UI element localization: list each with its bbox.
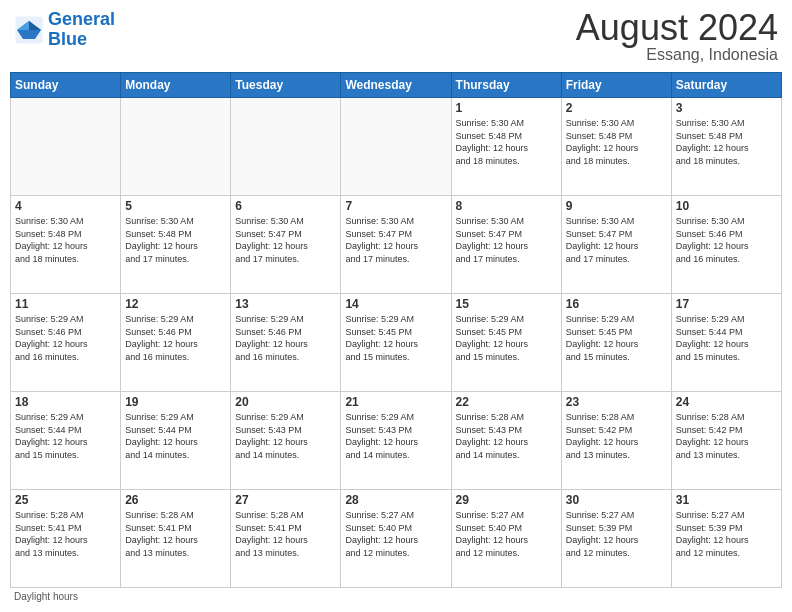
- day-number: 4: [15, 199, 116, 213]
- day-info: Sunrise: 5:29 AMSunset: 5:43 PMDaylight:…: [345, 411, 446, 461]
- day-number: 25: [15, 493, 116, 507]
- main-title: August 2024: [576, 10, 778, 46]
- day-number: 28: [345, 493, 446, 507]
- calendar-cell: 18Sunrise: 5:29 AMSunset: 5:44 PMDayligh…: [11, 392, 121, 490]
- day-info: Sunrise: 5:29 AMSunset: 5:44 PMDaylight:…: [676, 313, 777, 363]
- logo: General Blue: [14, 10, 115, 50]
- calendar-week-5: 25Sunrise: 5:28 AMSunset: 5:41 PMDayligh…: [11, 490, 782, 588]
- day-info: Sunrise: 5:30 AMSunset: 5:48 PMDaylight:…: [125, 215, 226, 265]
- calendar-cell: 30Sunrise: 5:27 AMSunset: 5:39 PMDayligh…: [561, 490, 671, 588]
- day-info: Sunrise: 5:28 AMSunset: 5:42 PMDaylight:…: [566, 411, 667, 461]
- calendar-cell: [121, 98, 231, 196]
- day-info: Sunrise: 5:30 AMSunset: 5:48 PMDaylight:…: [15, 215, 116, 265]
- day-number: 12: [125, 297, 226, 311]
- day-number: 2: [566, 101, 667, 115]
- day-number: 1: [456, 101, 557, 115]
- logo-line2: Blue: [48, 29, 87, 49]
- calendar-cell: 27Sunrise: 5:28 AMSunset: 5:41 PMDayligh…: [231, 490, 341, 588]
- day-info: Sunrise: 5:29 AMSunset: 5:44 PMDaylight:…: [125, 411, 226, 461]
- day-info: Sunrise: 5:30 AMSunset: 5:46 PMDaylight:…: [676, 215, 777, 265]
- day-info: Sunrise: 5:29 AMSunset: 5:44 PMDaylight:…: [15, 411, 116, 461]
- calendar-cell: 2Sunrise: 5:30 AMSunset: 5:48 PMDaylight…: [561, 98, 671, 196]
- day-number: 20: [235, 395, 336, 409]
- calendar-cell: 12Sunrise: 5:29 AMSunset: 5:46 PMDayligh…: [121, 294, 231, 392]
- calendar-week-4: 18Sunrise: 5:29 AMSunset: 5:44 PMDayligh…: [11, 392, 782, 490]
- calendar-header-thursday: Thursday: [451, 73, 561, 98]
- calendar-table: SundayMondayTuesdayWednesdayThursdayFrid…: [10, 72, 782, 588]
- day-info: Sunrise: 5:28 AMSunset: 5:42 PMDaylight:…: [676, 411, 777, 461]
- logo-text: General Blue: [48, 10, 115, 50]
- calendar-cell: 24Sunrise: 5:28 AMSunset: 5:42 PMDayligh…: [671, 392, 781, 490]
- title-block: August 2024 Essang, Indonesia: [576, 10, 778, 64]
- day-info: Sunrise: 5:29 AMSunset: 5:45 PMDaylight:…: [566, 313, 667, 363]
- calendar-cell: 7Sunrise: 5:30 AMSunset: 5:47 PMDaylight…: [341, 196, 451, 294]
- sub-title: Essang, Indonesia: [576, 46, 778, 64]
- calendar-header-row: SundayMondayTuesdayWednesdayThursdayFrid…: [11, 73, 782, 98]
- day-info: Sunrise: 5:27 AMSunset: 5:39 PMDaylight:…: [566, 509, 667, 559]
- day-number: 8: [456, 199, 557, 213]
- day-info: Sunrise: 5:30 AMSunset: 5:48 PMDaylight:…: [566, 117, 667, 167]
- calendar-cell: 13Sunrise: 5:29 AMSunset: 5:46 PMDayligh…: [231, 294, 341, 392]
- day-number: 15: [456, 297, 557, 311]
- day-info: Sunrise: 5:30 AMSunset: 5:47 PMDaylight:…: [345, 215, 446, 265]
- day-number: 11: [15, 297, 116, 311]
- day-number: 14: [345, 297, 446, 311]
- day-number: 31: [676, 493, 777, 507]
- calendar-cell: 31Sunrise: 5:27 AMSunset: 5:39 PMDayligh…: [671, 490, 781, 588]
- calendar-cell: 26Sunrise: 5:28 AMSunset: 5:41 PMDayligh…: [121, 490, 231, 588]
- calendar-cell: [231, 98, 341, 196]
- day-info: Sunrise: 5:28 AMSunset: 5:41 PMDaylight:…: [15, 509, 116, 559]
- day-number: 10: [676, 199, 777, 213]
- calendar-cell: [341, 98, 451, 196]
- calendar-cell: 21Sunrise: 5:29 AMSunset: 5:43 PMDayligh…: [341, 392, 451, 490]
- day-info: Sunrise: 5:29 AMSunset: 5:45 PMDaylight:…: [345, 313, 446, 363]
- calendar-header-sunday: Sunday: [11, 73, 121, 98]
- day-number: 22: [456, 395, 557, 409]
- day-number: 17: [676, 297, 777, 311]
- calendar-cell: 22Sunrise: 5:28 AMSunset: 5:43 PMDayligh…: [451, 392, 561, 490]
- day-number: 23: [566, 395, 667, 409]
- day-number: 6: [235, 199, 336, 213]
- header: General Blue August 2024 Essang, Indones…: [10, 10, 782, 64]
- calendar-cell: 20Sunrise: 5:29 AMSunset: 5:43 PMDayligh…: [231, 392, 341, 490]
- calendar-cell: 6Sunrise: 5:30 AMSunset: 5:47 PMDaylight…: [231, 196, 341, 294]
- calendar-cell: 23Sunrise: 5:28 AMSunset: 5:42 PMDayligh…: [561, 392, 671, 490]
- calendar-week-2: 4Sunrise: 5:30 AMSunset: 5:48 PMDaylight…: [11, 196, 782, 294]
- calendar-cell: 19Sunrise: 5:29 AMSunset: 5:44 PMDayligh…: [121, 392, 231, 490]
- calendar-cell: 15Sunrise: 5:29 AMSunset: 5:45 PMDayligh…: [451, 294, 561, 392]
- calendar-cell: 4Sunrise: 5:30 AMSunset: 5:48 PMDaylight…: [11, 196, 121, 294]
- day-info: Sunrise: 5:29 AMSunset: 5:43 PMDaylight:…: [235, 411, 336, 461]
- day-info: Sunrise: 5:29 AMSunset: 5:46 PMDaylight:…: [15, 313, 116, 363]
- day-info: Sunrise: 5:28 AMSunset: 5:41 PMDaylight:…: [125, 509, 226, 559]
- calendar-cell: 11Sunrise: 5:29 AMSunset: 5:46 PMDayligh…: [11, 294, 121, 392]
- day-number: 19: [125, 395, 226, 409]
- calendar-cell: 25Sunrise: 5:28 AMSunset: 5:41 PMDayligh…: [11, 490, 121, 588]
- calendar-cell: 10Sunrise: 5:30 AMSunset: 5:46 PMDayligh…: [671, 196, 781, 294]
- calendar-cell: 9Sunrise: 5:30 AMSunset: 5:47 PMDaylight…: [561, 196, 671, 294]
- day-info: Sunrise: 5:30 AMSunset: 5:47 PMDaylight:…: [235, 215, 336, 265]
- day-number: 3: [676, 101, 777, 115]
- day-info: Sunrise: 5:30 AMSunset: 5:48 PMDaylight:…: [456, 117, 557, 167]
- day-number: 16: [566, 297, 667, 311]
- day-number: 13: [235, 297, 336, 311]
- calendar-cell: 8Sunrise: 5:30 AMSunset: 5:47 PMDaylight…: [451, 196, 561, 294]
- day-info: Sunrise: 5:27 AMSunset: 5:40 PMDaylight:…: [456, 509, 557, 559]
- day-number: 24: [676, 395, 777, 409]
- calendar-header-saturday: Saturday: [671, 73, 781, 98]
- day-info: Sunrise: 5:29 AMSunset: 5:46 PMDaylight:…: [235, 313, 336, 363]
- day-info: Sunrise: 5:29 AMSunset: 5:45 PMDaylight:…: [456, 313, 557, 363]
- day-number: 7: [345, 199, 446, 213]
- calendar-week-1: 1Sunrise: 5:30 AMSunset: 5:48 PMDaylight…: [11, 98, 782, 196]
- day-number: 5: [125, 199, 226, 213]
- footer-note: Daylight hours: [10, 588, 782, 602]
- day-info: Sunrise: 5:29 AMSunset: 5:46 PMDaylight:…: [125, 313, 226, 363]
- calendar-cell: 1Sunrise: 5:30 AMSunset: 5:48 PMDaylight…: [451, 98, 561, 196]
- calendar-header-tuesday: Tuesday: [231, 73, 341, 98]
- calendar-cell: 14Sunrise: 5:29 AMSunset: 5:45 PMDayligh…: [341, 294, 451, 392]
- calendar-cell: 28Sunrise: 5:27 AMSunset: 5:40 PMDayligh…: [341, 490, 451, 588]
- calendar-header-monday: Monday: [121, 73, 231, 98]
- day-info: Sunrise: 5:30 AMSunset: 5:47 PMDaylight:…: [456, 215, 557, 265]
- day-number: 27: [235, 493, 336, 507]
- logo-icon: [14, 15, 44, 45]
- calendar-cell: 29Sunrise: 5:27 AMSunset: 5:40 PMDayligh…: [451, 490, 561, 588]
